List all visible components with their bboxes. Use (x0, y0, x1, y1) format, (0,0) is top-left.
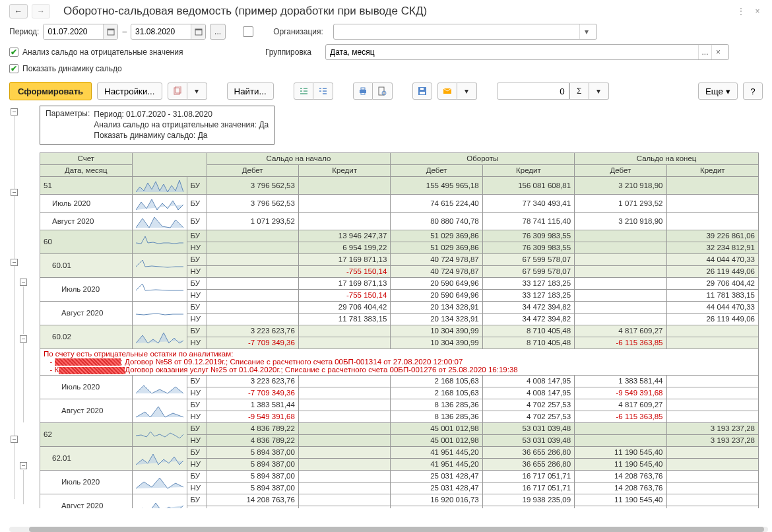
sparkline-icon (132, 446, 187, 470)
svg-marker-22 (136, 478, 183, 488)
th-sd: Дебет (207, 164, 298, 176)
window-title: Оборотно-сальдовая ведомость (пример дор… (54, 5, 728, 18)
tree-collapse-root[interactable]: – (11, 108, 18, 116)
calendar-to-icon[interactable] (191, 24, 205, 39)
find-button[interactable]: Найти... (227, 83, 274, 100)
th-acct: Счет (40, 152, 133, 164)
report-table: Счет Сальдо на начало Обороты Сальдо на … (40, 152, 759, 508)
more-button[interactable]: Еще ▾ (698, 83, 738, 100)
sparkline-icon (132, 399, 187, 422)
period-from-input[interactable] (44, 24, 103, 39)
row-51-label[interactable]: 51 (40, 176, 133, 194)
tree-toggle-51[interactable]: – (11, 189, 18, 196)
grouping-del-icon[interactable]: × (711, 45, 724, 59)
th-start: Сальдо на начало (207, 152, 391, 164)
neg-balance-label: Анализ сальдо на отрицательные значения (22, 48, 183, 57)
th-tc: Кредит (482, 164, 574, 176)
th-td: Дебет (391, 164, 482, 176)
expand-tree-icon[interactable] (294, 83, 313, 100)
period-to-input[interactable] (131, 24, 191, 39)
tree-toggle-6001[interactable]: – (20, 279, 27, 286)
period-label: Период: (9, 27, 39, 36)
settings-button[interactable]: Настройки... (97, 83, 162, 100)
neg-balance-checkbox[interactable] (9, 48, 18, 57)
mail-icon[interactable] (437, 83, 457, 100)
svg-rect-13 (420, 88, 424, 90)
tree-toggle-6201[interactable]: – (20, 462, 27, 469)
nav-forward-button[interactable]: → (32, 4, 50, 18)
grouping-clear-button[interactable]: ... (698, 45, 711, 59)
org-label: Организация: (273, 27, 329, 36)
org-combo-input[interactable] (334, 24, 579, 39)
params-block: Параметры: Период: 01.07.2020 - 31.08.20… (40, 106, 274, 145)
th-period: Дата, месяц (40, 164, 133, 176)
sparkline-icon (132, 325, 187, 349)
svg-marker-23 (136, 503, 183, 508)
copy-icon-button[interactable] (168, 83, 187, 100)
help-button[interactable]: ? (743, 83, 763, 100)
tree-toggle-60[interactable]: – (11, 259, 18, 266)
th-turn: Обороты (391, 152, 575, 164)
copy-dd-button[interactable]: ▾ (187, 83, 207, 100)
svg-rect-8 (361, 92, 365, 94)
svg-rect-1 (108, 29, 114, 30)
sparkline-icon (132, 194, 187, 212)
print-icon[interactable] (353, 83, 373, 100)
svg-marker-18 (136, 333, 183, 343)
th-end: Сальдо на конец (575, 152, 759, 164)
preview-icon[interactable] (373, 83, 393, 100)
generate-button[interactable]: Сформировать (9, 82, 92, 100)
period-dash: – (122, 27, 127, 36)
org-enable-checkbox[interactable] (243, 26, 253, 37)
chevron-down-icon[interactable]: ▾ (579, 24, 593, 39)
sparkline-icon (132, 212, 187, 230)
sigma-dd-button[interactable]: ▾ (589, 83, 609, 100)
close-icon[interactable]: × (752, 6, 763, 17)
dynamics-label: Показать динамику сальдо (22, 64, 122, 73)
sparkline-icon (132, 230, 187, 253)
save-icon[interactable] (412, 83, 432, 100)
sum-input[interactable] (497, 83, 569, 100)
sparkline-icon (132, 253, 187, 277)
sparkline-icon (132, 277, 187, 301)
nav-back-button[interactable]: ← (9, 4, 28, 18)
period-picker-button[interactable]: ... (210, 24, 226, 40)
th-sc: Кредит (298, 164, 390, 176)
menu-dots-icon[interactable]: ⋮ (736, 6, 746, 17)
svg-rect-12 (420, 92, 425, 94)
tree-gutter: – – – – – – – (9, 106, 38, 515)
sparkline-icon (132, 375, 187, 399)
dynamics-checkbox[interactable] (9, 64, 18, 73)
sparkline-icon (132, 494, 187, 508)
sparkline-icon (132, 176, 187, 194)
report-scroll-area[interactable]: Параметры: Период: 01.07.2020 - 31.08.20… (40, 106, 768, 508)
grouping-label: Группировка (265, 48, 321, 57)
th-ec: Кредит (666, 164, 758, 176)
horizontal-scrollbar[interactable] (9, 527, 768, 532)
grouping-input[interactable] (326, 45, 698, 59)
calendar-from-icon[interactable] (103, 24, 117, 39)
tree-toggle-6002[interactable]: – (20, 335, 27, 343)
mail-dd-button[interactable]: ▾ (457, 83, 477, 100)
svg-rect-3 (195, 29, 202, 30)
sparkline-icon (132, 301, 187, 325)
sigma-icon[interactable]: Σ (569, 83, 589, 100)
negative-remarks-block: По счету есть отрицательные остатки по а… (40, 349, 759, 375)
th-ed: Дебет (575, 164, 666, 176)
collapse-tree-icon[interactable] (313, 83, 333, 100)
sparkline-icon (132, 422, 187, 446)
tree-toggle-62[interactable]: – (11, 436, 18, 443)
svg-rect-7 (361, 88, 365, 90)
sparkline-icon (132, 470, 187, 494)
